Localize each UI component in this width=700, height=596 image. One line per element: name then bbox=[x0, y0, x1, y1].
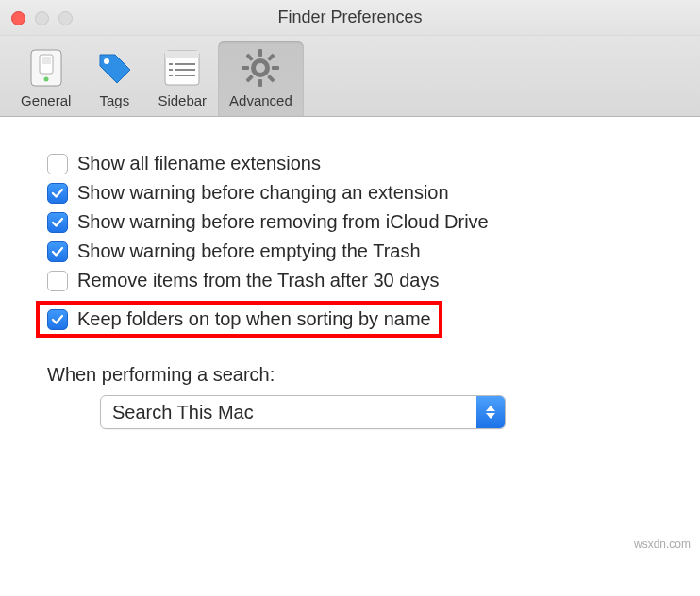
option-label: Remove items from the Trash after 30 day… bbox=[77, 270, 440, 291]
option-row: Remove items from the Trash after 30 day… bbox=[47, 270, 672, 291]
search-scope-dropdown[interactable]: Search This Mac bbox=[100, 395, 506, 429]
option-row: Show warning before removing from iCloud… bbox=[47, 211, 672, 233]
tab-general[interactable]: General bbox=[9, 41, 82, 116]
search-section-label: When performing a search: bbox=[47, 364, 672, 386]
tab-label: Tags bbox=[100, 92, 130, 108]
svg-point-4 bbox=[104, 58, 109, 64]
checkbox-option-4[interactable] bbox=[47, 271, 68, 291]
checkbox-option-3[interactable] bbox=[47, 241, 68, 262]
tab-tags[interactable]: Tags bbox=[82, 41, 146, 116]
option-label: Show warning before changing an extensio… bbox=[77, 182, 449, 204]
gear-icon bbox=[240, 47, 281, 89]
svg-point-22 bbox=[256, 63, 265, 73]
list-icon bbox=[161, 47, 203, 89]
svg-rect-17 bbox=[272, 66, 279, 70]
tab-label: Sidebar bbox=[158, 92, 207, 108]
option-row: Show warning before emptying the Trash bbox=[47, 240, 672, 262]
minimize-window-button[interactable] bbox=[35, 11, 49, 25]
checkbox-option-2[interactable] bbox=[47, 212, 68, 233]
option-row: Show all filename extensions bbox=[47, 153, 672, 174]
option-row: Show warning before changing an extensio… bbox=[47, 182, 672, 204]
checkbox-option-0[interactable] bbox=[47, 154, 68, 174]
svg-rect-20 bbox=[246, 53, 254, 60]
zoom-window-button[interactable] bbox=[58, 11, 73, 25]
preferences-content: Show all filename extensionsShow warning… bbox=[0, 117, 700, 457]
tab-sidebar[interactable]: Sidebar bbox=[146, 41, 218, 116]
highlighted-option: Keep folders on top when sorting by name bbox=[36, 301, 442, 338]
svg-rect-6 bbox=[165, 51, 199, 58]
switch-icon bbox=[25, 47, 67, 89]
svg-rect-18 bbox=[268, 53, 275, 60]
checkbox-option-1[interactable] bbox=[47, 183, 68, 204]
svg-rect-15 bbox=[258, 79, 262, 87]
option-label: Show warning before emptying the Trash bbox=[77, 240, 421, 262]
window-title: Finder Preferences bbox=[0, 8, 700, 27]
tag-icon bbox=[93, 47, 135, 89]
svg-rect-16 bbox=[242, 66, 249, 70]
tab-label: General bbox=[21, 92, 71, 108]
checkbox-option-5[interactable] bbox=[47, 309, 68, 330]
svg-rect-21 bbox=[268, 74, 275, 82]
svg-rect-14 bbox=[258, 49, 262, 57]
tab-advanced[interactable]: Advanced bbox=[218, 41, 304, 116]
titlebar: Finder Preferences bbox=[0, 0, 700, 36]
option-label: Show all filename extensions bbox=[77, 153, 321, 174]
option-label: Keep folders on top when sorting by name bbox=[77, 308, 431, 330]
option-label: Show warning before removing from iCloud… bbox=[77, 211, 489, 233]
stepper-arrows-icon bbox=[476, 396, 505, 428]
svg-rect-19 bbox=[246, 74, 254, 82]
tab-label: Advanced bbox=[229, 92, 292, 108]
svg-rect-2 bbox=[42, 57, 51, 64]
dropdown-value: Search This Mac bbox=[101, 402, 476, 423]
close-window-button[interactable] bbox=[11, 11, 25, 25]
watermark: wsxdn.com bbox=[634, 538, 691, 551]
toolbar: General Tags bbox=[0, 36, 700, 117]
svg-point-3 bbox=[43, 77, 48, 82]
